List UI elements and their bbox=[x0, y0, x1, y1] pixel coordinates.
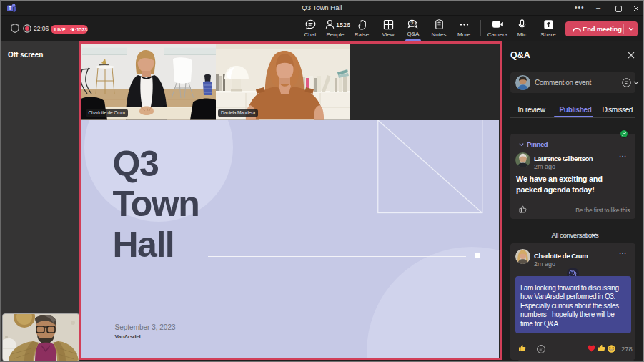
svg-text:?: ? bbox=[571, 270, 573, 275]
svg-text:?: ? bbox=[410, 20, 413, 26]
